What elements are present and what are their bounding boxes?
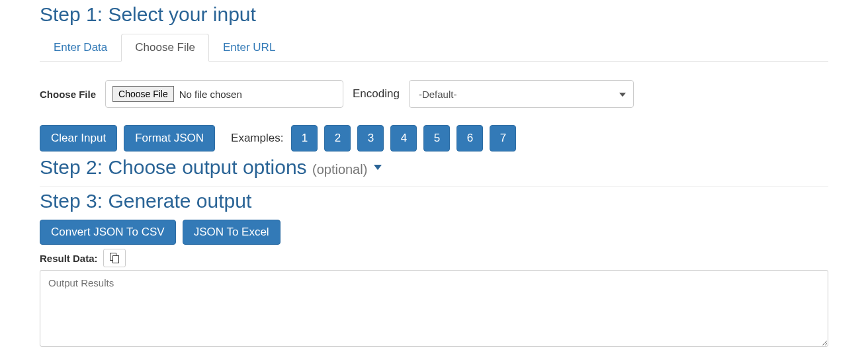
json-to-excel-button[interactable]: JSON To Excel bbox=[183, 220, 281, 245]
example-6-button[interactable]: 6 bbox=[456, 125, 483, 152]
chevron-down-icon[interactable] bbox=[374, 165, 382, 170]
choose-file-button[interactable]: Choose File bbox=[112, 86, 174, 102]
example-4-button[interactable]: 4 bbox=[390, 125, 417, 152]
tab-choose-file[interactable]: Choose File bbox=[121, 34, 209, 62]
encoding-select[interactable]: -Default- bbox=[409, 80, 634, 108]
copy-icon bbox=[110, 253, 119, 263]
action-row: Clear Input Format JSON Examples: 1 2 3 … bbox=[40, 125, 828, 152]
result-header-row: Result Data: bbox=[40, 249, 828, 267]
example-3-button[interactable]: 3 bbox=[357, 125, 384, 152]
encoding-label: Encoding bbox=[353, 87, 400, 101]
result-data-label: Result Data: bbox=[40, 253, 98, 264]
generate-row: Convert JSON To CSV JSON To Excel bbox=[40, 220, 828, 245]
tab-enter-data[interactable]: Enter Data bbox=[40, 34, 121, 62]
example-1-button[interactable]: 1 bbox=[291, 125, 318, 152]
step3-heading: Step 3: Generate output bbox=[40, 189, 828, 213]
file-input-box[interactable]: Choose File No file chosen bbox=[105, 80, 343, 108]
step2-heading-text: Step 2: Choose output options bbox=[40, 156, 312, 178]
step2-heading[interactable]: Step 2: Choose output options (optional) bbox=[40, 155, 828, 179]
tab-enter-url[interactable]: Enter URL bbox=[209, 34, 289, 62]
example-2-button[interactable]: 2 bbox=[324, 125, 351, 152]
file-encoding-row: Choose File Choose File No file chosen E… bbox=[40, 80, 828, 108]
divider bbox=[40, 186, 828, 187]
input-tabs: Enter Data Choose File Enter URL bbox=[40, 33, 828, 62]
example-7-button[interactable]: 7 bbox=[490, 125, 516, 152]
choose-file-label: Choose File bbox=[40, 89, 96, 100]
copy-button[interactable] bbox=[103, 249, 126, 267]
example-5-button[interactable]: 5 bbox=[423, 125, 450, 152]
convert-json-to-csv-button[interactable]: Convert JSON To CSV bbox=[40, 220, 176, 245]
output-results-textarea[interactable] bbox=[40, 270, 828, 347]
clear-input-button[interactable]: Clear Input bbox=[40, 125, 117, 152]
step2-optional-text: (optional) bbox=[312, 162, 371, 177]
file-status-text: No file chosen bbox=[179, 89, 242, 100]
format-json-button[interactable]: Format JSON bbox=[124, 125, 215, 152]
examples-label: Examples: bbox=[231, 132, 283, 145]
step1-heading: Step 1: Select your input bbox=[40, 3, 828, 26]
